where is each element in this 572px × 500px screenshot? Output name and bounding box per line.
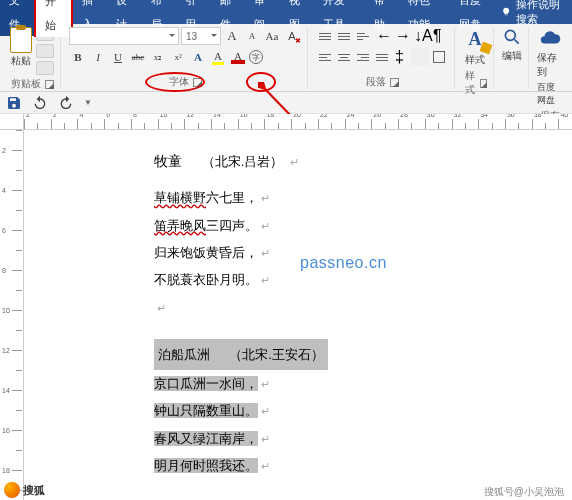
subscript-button[interactable]: x₂ [149, 48, 167, 66]
poem1-title-line: 牧童 （北宋.吕岩） ↵ [154, 148, 572, 176]
borders-button[interactable] [433, 51, 445, 63]
font-caption: 字体 [169, 75, 189, 89]
save-label: 保存到 [537, 51, 562, 79]
sohu-fox-icon [4, 482, 20, 498]
clipboard-launcher-icon[interactable] [45, 80, 54, 89]
align-right-button[interactable] [354, 48, 372, 66]
group-paragraph: ← → ↓A ¶ ‡ 段落 [310, 27, 455, 89]
cloud-save-icon [539, 27, 561, 49]
editing-button[interactable]: 编辑 [502, 27, 522, 63]
vertical-ruler[interactable]: 2468101214161820 [0, 130, 24, 500]
font-size-combo[interactable]: 13 [181, 27, 221, 45]
format-painter-button[interactable] [36, 61, 54, 75]
group-editing: 编辑 [496, 27, 529, 89]
p1l2a: 笛弄晚风 [154, 218, 206, 233]
bulb-icon [501, 5, 511, 19]
styles-button[interactable]: A 样式 [463, 27, 487, 67]
paragraph-launcher-icon[interactable] [390, 78, 399, 87]
save-baidu-button[interactable]: 保存到 百度网盘 [537, 27, 562, 107]
p1l2b: 三四声。 [206, 218, 258, 233]
poem2-title: 泊船瓜洲 [158, 347, 210, 362]
group-styles: A 样式 样式 [457, 27, 494, 89]
copy-button[interactable] [36, 44, 54, 58]
poem1-author: （北宋.吕岩） [202, 154, 284, 169]
styles-launcher-icon[interactable] [480, 79, 487, 88]
paragraph-caption: 段落 [366, 75, 386, 89]
font-launcher-icon[interactable] [193, 78, 202, 87]
paste-button[interactable]: 粘贴 [10, 27, 32, 68]
editing-label: 编辑 [502, 49, 522, 63]
grow-font-button[interactable]: A [223, 27, 241, 45]
tell-me-label: 操作说明搜索 [516, 0, 565, 27]
poem1-title: 牧童 [154, 154, 182, 169]
align-left-button[interactable] [316, 48, 334, 66]
menu-home[interactable]: 开始 [34, 0, 72, 37]
return-mark: ↵ [290, 156, 299, 168]
enclose-button[interactable]: 字 [249, 50, 263, 64]
clipboard-caption: 剪贴板 [11, 77, 41, 91]
sohu-logo: 搜狐 [4, 482, 45, 498]
tell-me[interactable]: 操作说明搜索 [501, 0, 572, 27]
font-name-combo[interactable] [69, 27, 179, 45]
ruler-corner [0, 114, 24, 130]
increase-indent-button[interactable]: → [392, 27, 410, 45]
svg-point-0 [505, 30, 515, 40]
save-icon[interactable] [6, 95, 22, 111]
clipboard-icon [10, 27, 32, 53]
italic-button[interactable]: I [89, 48, 107, 66]
horizontal-ruler[interactable]: 2246810121416182022242628303234363840 [24, 114, 572, 130]
shrink-font-button[interactable]: A [243, 27, 261, 45]
line-spacing-button[interactable]: ‡ [392, 48, 410, 66]
p1l4: 不脱蓑衣卧月明。 [154, 272, 258, 287]
poem2-title-line: 泊船瓜洲 （北宋.王安石） [154, 339, 328, 370]
strike-button[interactable]: abc [129, 48, 147, 66]
ribbon: 粘贴 剪贴板 13 A A Aa A✖ B I [0, 24, 572, 92]
sohu-text: 搜狐 [23, 483, 45, 498]
decrease-indent-button[interactable]: ← [373, 27, 391, 45]
bold-button[interactable]: B [69, 48, 87, 66]
p2l2: 钟山只隔数重山。 [154, 403, 258, 418]
styles-caption: 样式 [463, 69, 476, 97]
svg-line-1 [515, 40, 519, 44]
footer-credit: 搜狐号@小吴泡泡 [482, 485, 566, 499]
change-case-button[interactable]: Aa [263, 27, 281, 45]
undo-icon[interactable] [32, 95, 48, 111]
group-font: 13 A A Aa A✖ B I U abc x₂ x² A A A 字 字体 [63, 27, 308, 89]
watermark: passneo.cn [300, 254, 387, 272]
redo-icon[interactable] [58, 95, 74, 111]
justify-button[interactable] [373, 48, 391, 66]
font-color-button[interactable]: A [229, 48, 247, 66]
document-content: 牧童 （北宋.吕岩） ↵ 草铺横野六七里，↵ 笛弄晚风三四声。↵ 归来饱饭黄昏后… [24, 130, 572, 479]
menu-bar: 文件 开始 插入 设计 布局 引用 邮件 审阅 视图 开发工具 帮助 特色功能 … [0, 0, 572, 24]
p2l3: 春风又绿江南岸， [154, 431, 258, 446]
qa-dropdown-icon[interactable]: ▼ [84, 98, 92, 107]
p2l1: 京口瓜洲一水间， [154, 376, 258, 391]
underline-button[interactable]: U [109, 48, 127, 66]
styles-label: 样式 [465, 53, 485, 67]
superscript-button[interactable]: x² [169, 48, 187, 66]
poem2-author: （北宋.王安石） [229, 347, 324, 362]
highlight-button[interactable]: A [209, 48, 227, 66]
align-center-button[interactable] [335, 48, 353, 66]
p1l3: 归来饱饭黄昏后， [154, 245, 258, 260]
sort-button[interactable]: ↓A [411, 27, 429, 45]
p1l1b: 六七里， [206, 190, 258, 205]
find-icon [502, 27, 522, 47]
clear-format-button[interactable]: A✖ [283, 27, 301, 45]
document-area[interactable]: 牧童 （北宋.吕岩） ↵ 草铺横野六七里，↵ 笛弄晚风三四声。↵ 归来饱饭黄昏后… [24, 130, 572, 486]
p2l4: 明月何时照我还。 [154, 458, 258, 473]
bullets-button[interactable] [316, 27, 334, 45]
save-sub: 百度网盘 [537, 81, 562, 107]
multilevel-button[interactable] [354, 27, 372, 45]
paste-label: 粘贴 [11, 54, 31, 68]
group-save: 保存到 百度网盘 保存 [531, 27, 568, 89]
show-marks-button[interactable]: ¶ [430, 27, 448, 45]
shading-button[interactable] [411, 48, 429, 66]
numbering-button[interactable] [335, 27, 353, 45]
p1l1a: 草铺横野 [154, 190, 206, 205]
text-effect-button[interactable]: A [189, 48, 207, 66]
